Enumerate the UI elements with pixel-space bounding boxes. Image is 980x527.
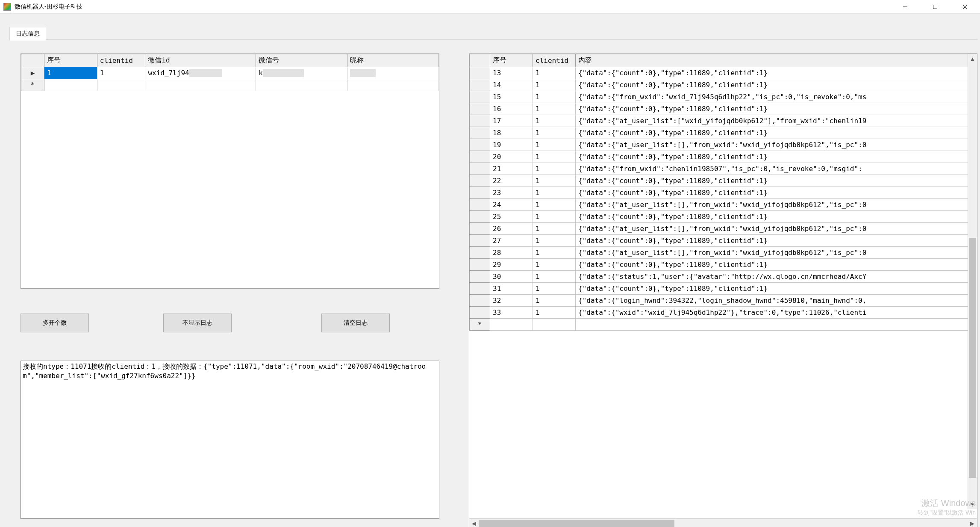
cell-content[interactable]: {"data":{"from_wxid":"wxid_7lj945q6d1hp2…	[576, 91, 977, 103]
cell-clientid[interactable]: 1	[533, 199, 576, 211]
cell-clientid[interactable]: 1	[97, 67, 145, 79]
table-row[interactable]: 311{"data":{"count":0},"type":11089,"cli…	[470, 283, 977, 295]
table-row[interactable]: 211{"data":{"from_wxid":"chenlin198507",…	[470, 163, 977, 175]
col-seq[interactable]: 序号	[44, 54, 97, 67]
cell-content[interactable]: {"data":{"at_user_list":[],"from_wxid":"…	[576, 139, 977, 151]
cell-content[interactable]: {"data":{"count":0},"type":11089,"client…	[576, 175, 977, 187]
cell-content[interactable]: {"data":{"count":0},"type":11089,"client…	[576, 283, 977, 295]
cell-seq[interactable]: 27	[490, 235, 533, 247]
right-datagrid[interactable]: 序号 clientid 内容 131{"data":{"count":0},"t…	[469, 53, 977, 527]
cell-seq[interactable]: 28	[490, 247, 533, 259]
table-row[interactable]: 331{"data":{"wxid":"wxid_7lj945q6d1hp22"…	[470, 307, 977, 319]
cell-clientid[interactable]: 1	[533, 211, 576, 223]
cell-seq[interactable]: 20	[490, 151, 533, 163]
table-row[interactable]: 301{"data":{"status":1,"user":{"avatar":…	[470, 271, 977, 283]
table-row[interactable]: 141{"data":{"count":0},"type":11089,"cli…	[470, 79, 977, 91]
cell-clientid[interactable]: 1	[533, 271, 576, 283]
cell-content[interactable]: {"data":{"at_user_list":["wxid_yifojqdb0…	[576, 115, 977, 127]
cell-content[interactable]: {"data":{"count":0},"type":11089,"client…	[576, 211, 977, 223]
cell-content[interactable]: {"data":{"status":1,"user":{"avatar":"ht…	[576, 271, 977, 283]
cell-content[interactable]: {"data":{"count":0},"type":11089,"client…	[576, 187, 977, 199]
cell-content[interactable]: {"data":{"count":0},"type":11089,"client…	[576, 127, 977, 139]
table-row[interactable]: 201{"data":{"count":0},"type":11089,"cli…	[470, 151, 977, 163]
cell-content[interactable]: {"data":{"login_hwnd":394322,"login_shad…	[576, 295, 977, 307]
cell-content[interactable]: {"data":{"count":0},"type":11089,"client…	[576, 259, 977, 271]
cell-wxid[interactable]: wxid_7lj94xxxxxxxx	[145, 67, 256, 79]
table-row[interactable]: 181{"data":{"count":0},"type":11089,"cli…	[470, 127, 977, 139]
cell-clientid[interactable]: 1	[533, 283, 576, 295]
cell-seq[interactable]: 22	[490, 175, 533, 187]
col-wxid[interactable]: 微信id	[145, 54, 256, 67]
col-clientid[interactable]: clientid	[533, 54, 576, 67]
cell-seq[interactable]: 32	[490, 295, 533, 307]
table-row[interactable]: 271{"data":{"count":0},"type":11089,"cli…	[470, 235, 977, 247]
cell-seq[interactable]: 15	[490, 91, 533, 103]
cell-clientid[interactable]: 1	[533, 139, 576, 151]
table-row[interactable]: 221{"data":{"count":0},"type":11089,"cli…	[470, 175, 977, 187]
table-row[interactable]: 131{"data":{"count":0},"type":11089,"cli…	[470, 67, 977, 79]
horizontal-scrollbar[interactable]: ◀ ▶	[469, 518, 977, 527]
left-datagrid[interactable]: 序号 clientid 微信id 微信号 昵称 ▶11wxid_7lj94xxx…	[21, 53, 439, 289]
cell-content[interactable]: {"data":{"count":0},"type":11089,"client…	[576, 67, 977, 79]
table-row[interactable]: 321{"data":{"login_hwnd":394322,"login_s…	[470, 295, 977, 307]
cell-clientid[interactable]: 1	[533, 151, 576, 163]
clear-log-button[interactable]: 清空日志	[321, 314, 390, 332]
cell-seq[interactable]: 26	[490, 223, 533, 235]
cell-content[interactable]: {"data":{"at_user_list":[],"from_wxid":"…	[576, 247, 977, 259]
cell-clientid[interactable]: 1	[533, 91, 576, 103]
table-row[interactable]: 191{"data":{"at_user_list":[],"from_wxid…	[470, 139, 977, 151]
cell-clientid[interactable]: 1	[533, 187, 576, 199]
cell-content[interactable]: {"data":{"count":0},"type":11089,"client…	[576, 103, 977, 115]
cell-seq[interactable]: 1	[44, 67, 97, 79]
cell-seq[interactable]: 17	[490, 115, 533, 127]
scroll-left-icon[interactable]: ◀	[469, 520, 479, 527]
table-row[interactable]: 251{"data":{"count":0},"type":11089,"cli…	[470, 211, 977, 223]
new-row[interactable]: *	[21, 79, 439, 91]
cell-clientid[interactable]: 1	[533, 103, 576, 115]
col-clientid[interactable]: clientid	[97, 54, 145, 67]
scroll-up-icon[interactable]: ▲	[968, 54, 977, 63]
table-row[interactable]: 161{"data":{"count":0},"type":11089,"cli…	[470, 103, 977, 115]
cell-wxno[interactable]: kxxxxxxxxxx	[256, 67, 347, 79]
log-textarea[interactable]: 接收的ntype：11071接收的clientid：1，接收的数据：{"type…	[21, 361, 439, 519]
cell-content[interactable]: {"data":{"count":0},"type":11089,"client…	[576, 235, 977, 247]
cell-content[interactable]: {"data":{"count":0},"type":11089,"client…	[576, 151, 977, 163]
cell-clientid[interactable]: 1	[533, 235, 576, 247]
cell-seq[interactable]: 29	[490, 259, 533, 271]
new-row[interactable]: *	[470, 319, 977, 331]
multi-open-button[interactable]: 多开个微	[21, 314, 89, 332]
cell-seq[interactable]: 18	[490, 127, 533, 139]
cell-content[interactable]: {"data":{"at_user_list":[],"from_wxid":"…	[576, 199, 977, 211]
cell-clientid[interactable]: 1	[533, 247, 576, 259]
cell-seq[interactable]: 24	[490, 199, 533, 211]
close-button[interactable]	[950, 0, 980, 14]
col-wxno[interactable]: 微信号	[256, 54, 347, 67]
cell-seq[interactable]: 16	[490, 103, 533, 115]
scroll-right-icon[interactable]: ▶	[968, 520, 977, 527]
table-row[interactable]: 241{"data":{"at_user_list":[],"from_wxid…	[470, 199, 977, 211]
cell-seq[interactable]: 30	[490, 271, 533, 283]
table-row[interactable]: 171{"data":{"at_user_list":["wxid_yifojq…	[470, 115, 977, 127]
tab-log-info[interactable]: 日志信息	[9, 27, 46, 41]
titlebar[interactable]: 微信机器人-田杉电子科技	[0, 0, 980, 14]
table-row[interactable]: 231{"data":{"count":0},"type":11089,"cli…	[470, 187, 977, 199]
cell-clientid[interactable]: 1	[533, 67, 576, 79]
cell-content[interactable]: {"data":{"from_wxid":"chenlin198507","is…	[576, 163, 977, 175]
cell-seq[interactable]: 25	[490, 211, 533, 223]
scroll-thumb[interactable]	[479, 520, 674, 527]
hide-log-button[interactable]: 不显示日志	[163, 314, 232, 332]
cell-seq[interactable]: 14	[490, 79, 533, 91]
table-row[interactable]: 281{"data":{"at_user_list":[],"from_wxid…	[470, 247, 977, 259]
scroll-down-icon[interactable]: ▼	[968, 500, 977, 509]
col-nick[interactable]: 昵称	[347, 54, 439, 67]
cell-clientid[interactable]: 1	[533, 223, 576, 235]
cell-clientid[interactable]: 1	[533, 259, 576, 271]
table-row[interactable]: 151{"data":{"from_wxid":"wxid_7lj945q6d1…	[470, 91, 977, 103]
cell-seq[interactable]: 13	[490, 67, 533, 79]
cell-clientid[interactable]: 1	[533, 127, 576, 139]
cell-clientid[interactable]: 1	[533, 307, 576, 319]
table-row[interactable]: ▶11wxid_7lj94xxxxxxxxkxxxxxxxxxxxxx	[21, 67, 439, 79]
col-content[interactable]: 内容	[576, 54, 977, 67]
cell-clientid[interactable]: 1	[533, 163, 576, 175]
cell-seq[interactable]: 19	[490, 139, 533, 151]
